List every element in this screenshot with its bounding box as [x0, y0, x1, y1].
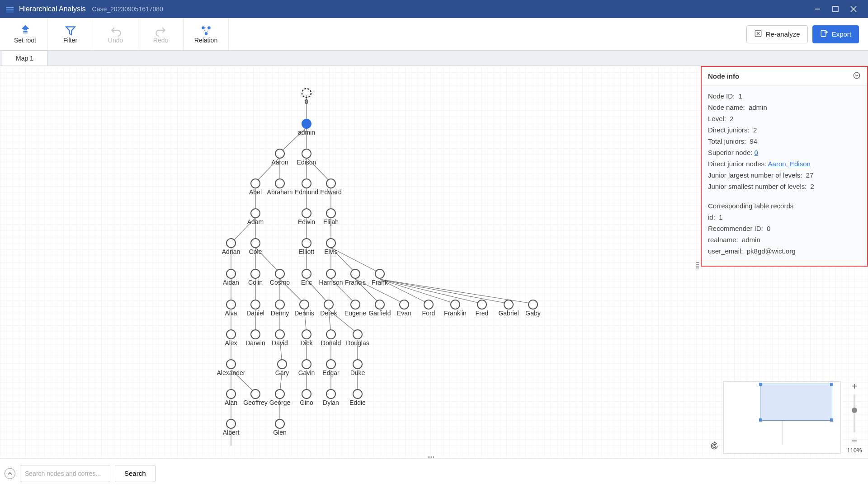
graph-node-alex[interactable]: Alex [225, 330, 237, 347]
graph-node-derek[interactable]: Derek [320, 300, 337, 317]
records-title: Corresponding table records [708, 200, 861, 211]
svg-point-92 [302, 239, 311, 248]
tab-bar: Map 1 [0, 51, 868, 66]
search-button[interactable]: Search [115, 465, 156, 482]
filter-icon [65, 25, 76, 35]
collapse-icon[interactable] [853, 71, 861, 81]
largest-levels-label: Junior largest number of levels: [708, 171, 802, 179]
graph-node-colin[interactable]: Colin [248, 269, 263, 286]
graph-node-george[interactable]: George [269, 389, 291, 406]
graph-node-admin[interactable]: admin [298, 119, 315, 136]
maximize-button[interactable] [826, 0, 844, 18]
graph-node-evan[interactable]: Evan [397, 300, 411, 317]
filter-button[interactable]: Filter [48, 18, 93, 50]
graph-node-dick[interactable]: Dick [300, 330, 313, 347]
svg-text:Eugene: Eugene [344, 310, 366, 317]
set-root-icon [19, 25, 31, 35]
graph-node-alexander[interactable]: Alexander [217, 360, 245, 376]
filter-label: Filter [63, 37, 77, 44]
svg-point-100 [275, 269, 284, 278]
junior-link-edison[interactable]: Edison [790, 160, 811, 168]
graph-node-elvis[interactable]: Elvis [324, 239, 338, 255]
record-id-value: 1 [719, 213, 722, 221]
graph-node-eugene[interactable]: Eugene [344, 300, 366, 317]
superior-link[interactable]: 0 [755, 149, 758, 156]
zoom-slider[interactable] [854, 394, 855, 432]
graph-node-garfield[interactable]: Garfield [368, 300, 391, 317]
graph-node-edwin[interactable]: Edwin [298, 209, 315, 225]
graph-node-edgar[interactable]: Edgar [322, 360, 340, 376]
svg-point-80 [326, 179, 335, 188]
svg-text:Cosmo: Cosmo [270, 279, 290, 286]
graph-node-gary[interactable]: Gary [275, 360, 289, 376]
graph-node-abel[interactable]: Abel [249, 179, 262, 196]
svg-text:Francis: Francis [345, 279, 366, 286]
bottom-drag-handle[interactable] [427, 454, 441, 456]
tab-map-1[interactable]: Map 1 [2, 51, 47, 66]
graph-node-elliott[interactable]: Elliott [299, 239, 314, 255]
graph-node-eric[interactable]: Eric [301, 269, 312, 286]
minimize-button[interactable] [808, 0, 826, 18]
graph-node-douglas[interactable]: Douglas [346, 330, 369, 347]
graph-node-cosmo[interactable]: Cosmo [270, 269, 290, 286]
graph-node-daniel[interactable]: Daniel [246, 300, 264, 317]
reanalyze-button[interactable]: Re-analyze [746, 25, 808, 43]
graph-node-edison[interactable]: Edison [297, 149, 316, 166]
graph-node-ford[interactable]: Ford [422, 300, 435, 317]
graph-node-dennis[interactable]: Dennis [294, 300, 314, 317]
graph-node-cole[interactable]: Cole [249, 239, 262, 255]
zoom-control[interactable]: + − 110% [845, 381, 863, 454]
svg-point-138 [251, 330, 260, 339]
relation-button[interactable]: Relation [184, 18, 229, 50]
panel-title: Node info [708, 72, 739, 80]
graph-node-harrison[interactable]: Harrison [319, 269, 343, 286]
svg-text:Gabriel: Gabriel [498, 310, 519, 317]
svg-point-88 [226, 239, 236, 248]
minimap[interactable] [723, 381, 841, 454]
graph-node-david[interactable]: David [272, 330, 288, 347]
graph-node-darwin[interactable]: Darwin [245, 330, 265, 347]
junior-link-aaron[interactable]: Aaron [768, 160, 786, 168]
svg-text:Franklin: Franklin [444, 310, 467, 317]
graph-node-gino[interactable]: Gino [300, 389, 313, 406]
minimap-viewport[interactable] [760, 384, 832, 421]
tab-map-1-label: Map 1 [16, 55, 33, 62]
search-input[interactable] [20, 465, 110, 482]
svg-point-162 [275, 389, 284, 399]
svg-point-118 [324, 300, 333, 309]
graph-node-adam[interactable]: Adam [247, 209, 264, 225]
reanalyze-label: Re-analyze [766, 30, 800, 38]
graph-node-duke[interactable]: Duke [350, 360, 365, 376]
graph-node-franklin[interactable]: Franklin [444, 300, 467, 317]
graph-node-francis[interactable]: Francis [345, 269, 366, 286]
toolbar: Set root Filter Undo Redo Relation Re-an… [0, 18, 868, 51]
set-root-button[interactable]: Set root [3, 18, 48, 50]
graph-node-alan[interactable]: Alan [225, 389, 237, 406]
zoom-out-icon[interactable]: − [852, 435, 858, 447]
graph-node-frank[interactable]: Frank [372, 269, 388, 286]
graph-node-glen[interactable]: Glen [273, 419, 287, 436]
graph-node-albert[interactable]: Albert [223, 419, 240, 436]
workspace[interactable]: 0 admin Aaron Edison Abel Abraham Edmund… [0, 66, 868, 458]
graph-node-aaron[interactable]: Aaron [271, 149, 288, 166]
expand-up-button[interactable] [5, 468, 15, 479]
graph-node-elijah[interactable]: Elijah [323, 209, 339, 225]
graph-node-dylan[interactable]: Dylan [323, 389, 339, 406]
panel-drag-handle[interactable] [696, 261, 700, 275]
export-button[interactable]: Export [812, 25, 859, 43]
graph-node-alva[interactable]: Alva [225, 300, 237, 317]
graph-node-denny[interactable]: Denny [271, 300, 289, 317]
zoom-in-icon[interactable]: + [852, 381, 857, 392]
graph-node-aidan[interactable]: Aidan [223, 269, 239, 286]
graph-node-edward[interactable]: Edward [320, 179, 341, 196]
graph-node-abraham[interactable]: Abraham [267, 179, 293, 196]
graph-node-gavin[interactable]: Gavin [298, 360, 315, 376]
graph-node-eddie[interactable]: Eddie [349, 389, 366, 406]
refresh-button[interactable] [710, 441, 719, 452]
graph-node-adrian[interactable]: Adrian [222, 239, 240, 255]
graph-node-edmund[interactable]: Edmund [295, 179, 318, 196]
close-button[interactable] [844, 0, 863, 18]
graph-node-geoffrey[interactable]: Geoffrey [243, 389, 267, 406]
graph-node-donald[interactable]: Donald [321, 330, 341, 347]
svg-rect-4 [833, 6, 838, 12]
